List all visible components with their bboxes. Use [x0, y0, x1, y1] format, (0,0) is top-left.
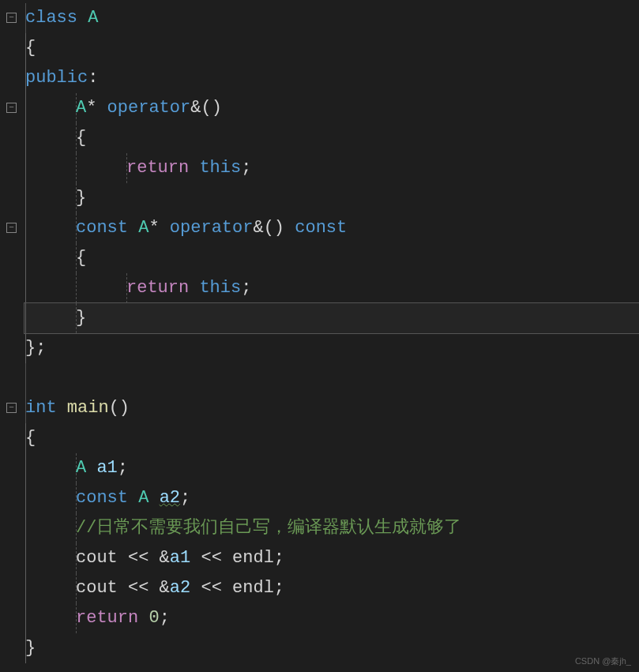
code-line[interactable]: { [24, 33, 639, 63]
indent-guide [76, 153, 77, 183]
code-line[interactable] [24, 363, 639, 393]
fold-toggle-icon[interactable] [6, 103, 17, 113]
code-line[interactable]: { [24, 243, 639, 273]
gutter [0, 0, 24, 672]
code-line[interactable]: return 0; [24, 603, 639, 633]
code-text: } [76, 188, 86, 208]
watermark: CSDN @秦jh_ [575, 655, 631, 667]
code-line[interactable]: } [24, 633, 639, 663]
code-text: return this; [126, 278, 251, 298]
code-text: { [25, 428, 36, 448]
code-line[interactable]: const A a2; [24, 483, 639, 513]
indent-guide [76, 273, 77, 303]
code-line[interactable]: cout << &a2 << endl; [24, 573, 639, 603]
code-line[interactable]: cout << &a1 << endl; [24, 543, 639, 573]
code-text: } [76, 308, 86, 328]
code-text: public: [25, 68, 98, 88]
code-text: //日常不需要我们自己写，编译器默认生成就够了 [76, 518, 461, 538]
code-text: }; [25, 338, 46, 358]
code-line[interactable]: public: [24, 63, 639, 93]
fold-toggle-icon[interactable] [6, 403, 17, 413]
code-text: int main() [25, 398, 130, 418]
code-line[interactable]: A a1; [24, 453, 639, 483]
code-text: cout << &a1 << endl; [76, 548, 284, 568]
code-line[interactable]: return this; [24, 153, 639, 183]
code-line[interactable]: return this; [24, 273, 639, 303]
code-line[interactable]: A* operator&() [24, 93, 639, 123]
code-text: { [76, 128, 86, 148]
block-guide [25, 423, 26, 663]
code-line[interactable]: }; [24, 333, 639, 363]
code-text: const A* operator&() const [76, 218, 347, 238]
code-text: return 0; [76, 608, 170, 628]
code-line[interactable]: int main() [24, 393, 639, 423]
code-line[interactable]: class A [24, 3, 639, 33]
code-line[interactable]: { [24, 123, 639, 153]
code-line[interactable]: //日常不需要我们自己写，编译器默认生成就够了 [24, 513, 639, 543]
code-text: class A [25, 8, 98, 28]
fold-toggle-icon[interactable] [6, 223, 17, 233]
indent-guide [25, 363, 26, 393]
fold-toggle-icon[interactable] [6, 13, 17, 23]
code-text: return this; [126, 158, 251, 178]
code-text: A* operator&() [76, 98, 222, 118]
code-text: const A a2; [76, 488, 190, 508]
code-editor[interactable]: class A{public:A* operator&(){return thi… [0, 0, 639, 672]
code-text: } [25, 638, 36, 658]
code-text: { [76, 248, 86, 268]
code-line[interactable]: } [24, 183, 639, 213]
code-text: A a1; [76, 458, 128, 478]
code-line[interactable]: const A* operator&() const [24, 213, 639, 243]
code-line[interactable]: { [24, 423, 639, 453]
code-text: { [25, 38, 36, 58]
current-line-highlight [24, 302, 639, 334]
code-area[interactable]: class A{public:A* operator&(){return thi… [24, 0, 639, 672]
code-text: cout << &a2 << endl; [76, 578, 284, 598]
